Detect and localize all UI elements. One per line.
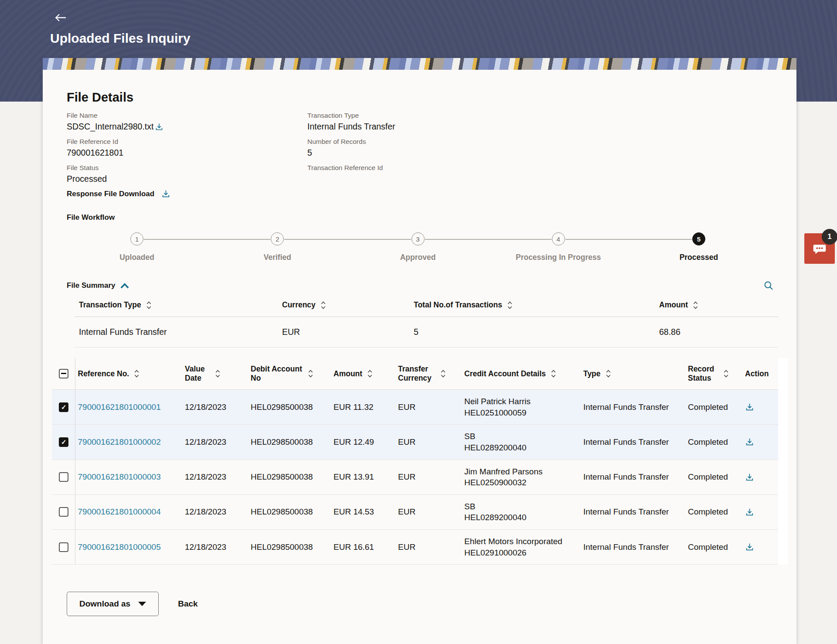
sort-icon[interactable]: [724, 370, 728, 378]
sort-icon[interactable]: [606, 370, 611, 378]
reference-no-link[interactable]: 790001621801000003: [78, 472, 161, 481]
download-as-button[interactable]: Download as: [67, 592, 159, 616]
field-label: File Status: [67, 164, 307, 172]
workflow-step: 5 Processed: [629, 232, 769, 262]
reference-no-link[interactable]: 790001621801000001: [78, 402, 161, 412]
amount-cell: EUR 11.32: [331, 390, 395, 425]
summary-data-row: Internal Funds Transfer EUR 5 68.86: [75, 317, 778, 348]
amount-cell: EUR 14.53: [331, 494, 395, 529]
search-icon: [763, 280, 774, 291]
sort-icon[interactable]: [308, 370, 313, 378]
credit-account-no: HEL0251000059: [464, 407, 579, 419]
download-icon[interactable]: [155, 123, 163, 131]
col-debit-account-no: Debit Account No: [248, 358, 331, 390]
table-row: 790001621801000004 12/18/2023 HEL0298500…: [52, 494, 778, 529]
download-record-button[interactable]: [745, 508, 754, 517]
value-date-cell: 12/18/2023: [182, 494, 248, 529]
credit-account-details-cell: SB HEL0289200040: [462, 425, 581, 460]
download-record-button[interactable]: [745, 473, 754, 482]
select-all-column-header: [52, 358, 75, 390]
chat-widget-button[interactable]: 1: [804, 233, 835, 264]
type-cell: Internal Funds Transfer: [581, 460, 685, 494]
workflow-step: 4 Processing In Progress: [488, 232, 629, 262]
col-reference-no: Reference No.: [75, 358, 182, 390]
response-file-download-icon[interactable]: [161, 189, 170, 198]
credit-account-no: HEL0291000026: [464, 547, 579, 559]
sort-icon[interactable]: [321, 301, 326, 309]
step-label: Verified: [264, 253, 291, 262]
download-record-button[interactable]: [745, 437, 754, 446]
workflow-step: 2 Verified: [207, 232, 347, 262]
sort-icon[interactable]: [507, 301, 512, 309]
table-scrollbar[interactable]: [778, 358, 788, 565]
type-cell: Internal Funds Transfer: [581, 494, 685, 529]
col-action: Action: [742, 358, 778, 390]
collapse-summary-button[interactable]: [120, 283, 129, 289]
step-number: 5: [692, 232, 705, 245]
row-checkbox[interactable]: [59, 437, 68, 447]
field-label: Transaction Reference Id: [307, 164, 778, 172]
download-icon: [745, 508, 754, 517]
field-label: Number of Records: [307, 138, 778, 146]
value-date-cell: 12/18/2023: [182, 460, 248, 494]
summary-transaction-type: Internal Funds Transfer: [75, 317, 278, 348]
row-checkbox[interactable]: [59, 542, 68, 552]
credit-account-no: HEL0250900032: [464, 477, 579, 488]
sort-icon[interactable]: [551, 370, 556, 378]
col-amount: Amount: [331, 358, 395, 390]
download-record-button[interactable]: [745, 542, 754, 552]
sort-icon[interactable]: [146, 301, 151, 309]
records-header-row: Reference No. Value Date Debit Account N…: [52, 358, 778, 390]
credit-name: Ehlert Motors Incorporated: [464, 536, 579, 547]
credit-account-no: HEL0289200040: [464, 442, 579, 453]
field-value: Internal Funds Transfer: [307, 122, 395, 132]
value-date-cell: 12/18/2023: [182, 425, 248, 460]
reference-no-link[interactable]: 790001621801000004: [78, 507, 161, 516]
col-type: Type: [581, 358, 685, 390]
reference-no-link[interactable]: 790001621801000002: [78, 437, 161, 446]
row-checkbox[interactable]: [59, 507, 68, 517]
amount-cell: EUR 16.61: [331, 530, 395, 565]
amount-cell: EUR 12.49: [331, 425, 395, 460]
transfer-currency-cell: EUR: [395, 494, 462, 529]
type-cell: Internal Funds Transfer: [581, 425, 685, 460]
sort-icon[interactable]: [134, 370, 139, 378]
credit-account-details-cell: Ehlert Motors Incorporated HEL0291000026: [462, 530, 581, 565]
col-value-date: Value Date: [182, 358, 248, 390]
summary-col-total-transactions: Total No.of Transactions: [409, 298, 655, 317]
records-table: Reference No. Value Date Debit Account N…: [52, 358, 778, 565]
sort-icon[interactable]: [441, 370, 446, 378]
download-icon: [745, 542, 754, 552]
summary-col-currency: Currency: [278, 298, 409, 317]
workflow-step: 3 Approved: [347, 232, 488, 262]
back-button[interactable]: Back: [178, 599, 197, 609]
step-label: Approved: [400, 253, 436, 262]
reference-no-link[interactable]: 790001621801000005: [78, 542, 161, 552]
file-workflow-heading: File Workflow: [67, 213, 778, 222]
page-title: Uploaded Files Inquiry: [50, 31, 191, 46]
file-summary-table: Transaction Type Currency Total No.of Tr…: [75, 298, 778, 348]
step-label: Uploaded: [119, 253, 154, 262]
row-checkbox[interactable]: [59, 472, 68, 482]
credit-name: Jim Manfred Parsons: [464, 466, 579, 477]
sort-icon[interactable]: [215, 370, 220, 378]
transfer-currency-cell: EUR: [395, 530, 462, 565]
decorative-banner: [43, 58, 796, 70]
row-checkbox[interactable]: [59, 402, 68, 412]
step-label: Processing In Progress: [516, 253, 601, 262]
search-button[interactable]: [763, 280, 774, 291]
debit-account-cell: HEL0298500038: [248, 530, 331, 565]
summary-amount: 68.86: [655, 317, 778, 348]
credit-name: Neil Patrick Harris: [464, 396, 579, 407]
sort-icon[interactable]: [367, 370, 372, 378]
credit-account-details-cell: SB HEL0289200040: [462, 494, 581, 529]
back-arrow-button[interactable]: [55, 11, 70, 24]
sort-icon[interactable]: [693, 301, 698, 309]
step-number: 1: [130, 232, 143, 245]
download-record-button[interactable]: [745, 402, 754, 412]
field-label: Transaction Type: [307, 112, 778, 119]
select-all-checkbox[interactable]: [59, 369, 68, 378]
download-icon: [745, 437, 754, 446]
notification-badge: 1: [822, 229, 837, 245]
field-value: 790001621801: [67, 148, 123, 158]
